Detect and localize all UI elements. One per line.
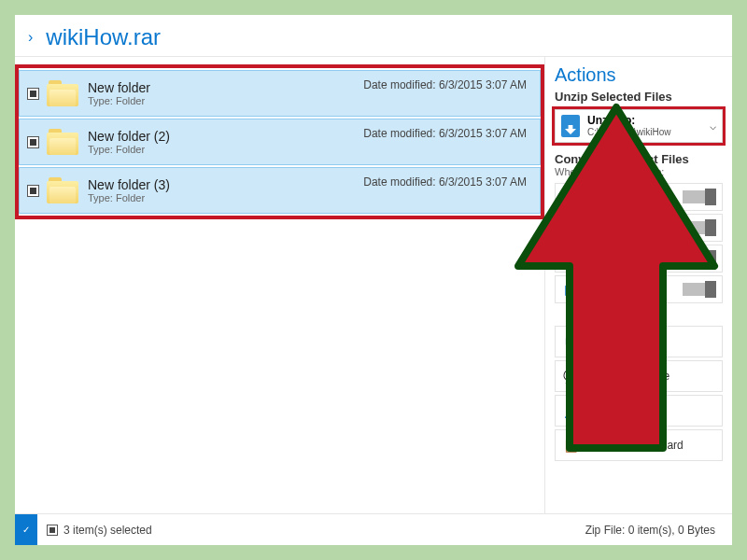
zip-info: Zip File: 0 item(s), 0 Bytes [585,524,715,537]
chat-icon: 💬 [561,369,580,384]
file-row[interactable]: New folder Type: Folder Date modified: 6… [19,70,541,117]
folder-icon [47,129,78,155]
file-info: New folder Type: Folder [88,80,150,106]
status-bar: ✓ 3 item(s) selected Zip File: 0 item(s)… [15,513,732,545]
select-all-checkbox[interactable] [47,525,58,536]
pdf-icon: 📄 [561,251,578,266]
archive-title: wikiHow.rar [46,24,161,50]
status-indicator-icon[interactable]: ✓ [15,514,37,545]
share-label: Instant Message [587,370,669,383]
share-label: Social Media [587,404,652,417]
image-icon: 🖼 [561,220,578,235]
envelope-icon: ✉ [561,334,580,349]
toggle-label: Encrypt [585,190,624,203]
toggle-label: Convert [585,252,625,265]
file-info: New folder (3) Type: Folder [88,177,170,203]
folder-icon [47,80,78,106]
lock-icon: 🔒 [561,189,578,204]
convert-section-heading: Convert & Protect Files [555,152,723,166]
file-pane: New folder Type: Folder Date modified: 6… [15,57,545,513]
selection-count: 3 item(s) selected [63,524,152,537]
folder-icon [47,177,78,203]
breadcrumb-header: › wikiHow.rar [15,15,732,57]
file-list: New folder Type: Folder Date modified: 6… [19,68,541,216]
checkbox-icon[interactable] [27,185,39,197]
file-date: Date modified: 6/3/2015 3:07 AM [363,127,527,140]
unzip-section-heading: Unzip Selected Files [555,90,723,104]
toggle-switch[interactable] [683,283,716,296]
file-name: New folder [88,80,150,95]
file-type: Type: Folder [88,192,170,203]
unzip-to-button[interactable]: Unzip to: C:\Users\...\wikiHow ⌵ [555,109,723,143]
file-row[interactable]: New folder (3) Type: Folder Date modifie… [19,167,541,214]
convert-section-sub: When adding to this zip: [555,166,723,177]
file-info: New folder (2) Type: Folder [88,129,170,155]
file-date: Date modified: 6/3/2015 3:07 AM [363,175,527,189]
reduce-toggle-row[interactable]: 🖼 Reduce [555,214,723,242]
clipboard-icon: 📋 [561,438,580,453]
person-icon: 👤 [561,403,580,418]
watermark-toggle-row[interactable]: ▣ Watermark [555,275,723,303]
unzip-icon [561,115,580,137]
unzip-path: C:\Users\...\wikiHow [587,127,670,137]
share-label: Share via clipboard [587,439,684,452]
toggle-label: Reduce [585,221,624,234]
share-clipboard-button[interactable]: 📋 Share via clipboard [555,429,723,461]
file-date: Date modified: 6/3/2015 3:07 AM [363,78,527,91]
file-type: Type: Folder [88,95,150,106]
toggle-label: Watermark [585,283,640,296]
content-body: New folder Type: Folder Date modified: 6… [15,57,732,513]
encrypt-toggle-row[interactable]: 🔒 Encrypt [555,183,723,211]
actions-pane: Actions Unzip Selected Files Unzip to: C… [545,57,732,513]
share-social-button[interactable]: 👤 Social Media [555,395,723,427]
app-window: › wikiHow.rar New folder Type: Folder Da… [15,15,732,545]
convert-toggle-row[interactable]: 📄 Convert [555,245,723,273]
back-chevron-icon[interactable]: › [28,29,33,46]
share-label: Email [587,335,615,348]
watermark-icon: ▣ [561,282,578,297]
file-type: Type: Folder [88,144,170,155]
share-im-button[interactable]: 💬 Instant Message [555,360,723,392]
toggle-switch[interactable] [683,221,716,234]
unzip-text: Unzip to: C:\Users\...\wikiHow [587,115,670,137]
actions-heading: Actions [555,64,723,86]
chevron-down-icon[interactable]: ⌵ [710,119,716,133]
checkbox-icon[interactable] [27,136,39,148]
unzip-label: Unzip to: [587,115,670,127]
file-name: New folder (2) [88,129,170,144]
file-row[interactable]: New folder (2) Type: Folder Date modifie… [19,119,541,165]
toggle-switch[interactable] [683,190,716,203]
file-name: New folder (3) [88,177,170,192]
checkbox-icon[interactable] [27,88,39,100]
toggle-switch[interactable] [683,252,716,265]
share-email-button[interactable]: ✉ Email [555,326,723,357]
